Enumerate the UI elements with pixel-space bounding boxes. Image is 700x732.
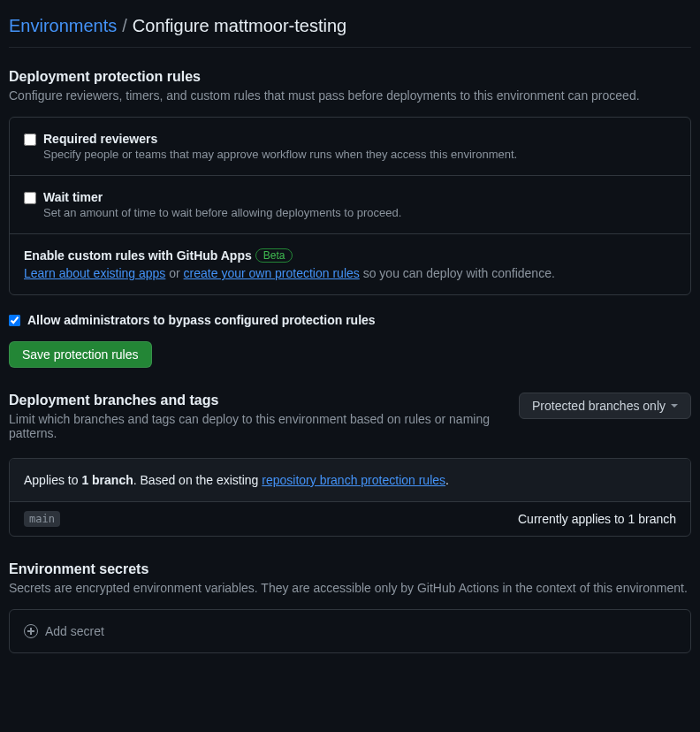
branches-desc: Limit which branches and tags can deploy… bbox=[9, 412, 505, 440]
learn-existing-apps-link[interactable]: Learn about existing apps bbox=[24, 266, 165, 280]
caret-down-icon bbox=[671, 404, 678, 408]
branches-header: Deployment branches and tags Limit which… bbox=[9, 393, 691, 440]
breadcrumb-current: Configure mattmoor-testing bbox=[133, 16, 346, 36]
admin-bypass-label: Allow administrators to bypass configure… bbox=[27, 313, 376, 327]
save-protection-rules-button[interactable]: Save protection rules bbox=[9, 341, 152, 368]
required-reviewers-checkbox[interactable] bbox=[24, 133, 36, 146]
add-secret-label: Add secret bbox=[45, 624, 104, 638]
custom-rules-or: or bbox=[165, 266, 183, 280]
branches-dropdown-button[interactable]: Protected branches only bbox=[519, 393, 691, 419]
required-reviewers-desc: Specify people or teams that may approve… bbox=[43, 148, 517, 161]
plus-circle-icon bbox=[24, 624, 38, 638]
wait-timer-label: Wait timer bbox=[43, 190, 401, 204]
applies-count: 1 branch bbox=[81, 473, 133, 487]
wait-timer-checkbox[interactable] bbox=[24, 192, 36, 204]
applies-prefix: Applies to bbox=[24, 473, 81, 487]
protection-rules-header: Deployment protection rules Configure re… bbox=[9, 69, 691, 103]
protection-rules-title: Deployment protection rules bbox=[9, 69, 691, 85]
create-protection-rules-link[interactable]: create your own protection rules bbox=[184, 266, 360, 280]
secrets-title: Environment secrets bbox=[9, 561, 691, 577]
beta-badge: Beta bbox=[255, 248, 293, 263]
admin-bypass-row: Allow administrators to bypass configure… bbox=[9, 313, 691, 327]
branch-protection-rules-link[interactable]: repository branch protection rules bbox=[262, 473, 445, 487]
custom-rules-title: Enable custom rules with GitHub Apps bbox=[24, 248, 252, 263]
wait-timer-desc: Set an amount of time to wait before all… bbox=[43, 206, 401, 219]
branches-title: Deployment branches and tags bbox=[9, 393, 505, 408]
applies-mid: . Based on the existing bbox=[133, 473, 262, 487]
branches-dropdown-label: Protected branches only bbox=[532, 399, 666, 413]
breadcrumb-parent-link[interactable]: Environments bbox=[9, 16, 117, 36]
custom-rules-row: Enable custom rules with GitHub Apps Bet… bbox=[10, 234, 690, 294]
custom-rules-title-wrap: Enable custom rules with GitHub Apps Bet… bbox=[24, 248, 293, 263]
protection-rules-box: Required reviewers Specify people or tea… bbox=[9, 117, 691, 295]
branches-info-row: Applies to 1 branch. Based on the existi… bbox=[10, 459, 690, 502]
secrets-header: Environment secrets Secrets are encrypte… bbox=[9, 561, 691, 595]
breadcrumb-separator: / bbox=[122, 16, 127, 36]
branch-name-pill: main bbox=[24, 511, 60, 527]
admin-bypass-checkbox[interactable] bbox=[9, 315, 20, 326]
custom-rules-tail: so you can deploy with confidence. bbox=[360, 266, 555, 280]
wait-timer-row: Wait timer Set an amount of time to wait… bbox=[10, 176, 690, 234]
breadcrumb: Environments / Configure mattmoor-testin… bbox=[9, 9, 691, 48]
branches-box: Applies to 1 branch. Based on the existi… bbox=[9, 458, 691, 537]
secrets-box: Add secret bbox=[9, 609, 691, 653]
branch-row: main Currently applies to 1 branch bbox=[10, 502, 690, 536]
branch-current-text: Currently applies to 1 branch bbox=[518, 512, 676, 526]
required-reviewers-row: Required reviewers Specify people or tea… bbox=[10, 118, 690, 176]
custom-rules-line: Learn about existing apps or create your… bbox=[24, 266, 676, 280]
protection-rules-desc: Configure reviewers, timers, and custom … bbox=[9, 88, 691, 103]
secrets-desc: Secrets are encrypted environment variab… bbox=[9, 581, 691, 595]
required-reviewers-label: Required reviewers bbox=[43, 132, 517, 146]
add-secret-button[interactable]: Add secret bbox=[10, 610, 690, 652]
applies-suffix: . bbox=[445, 473, 449, 487]
